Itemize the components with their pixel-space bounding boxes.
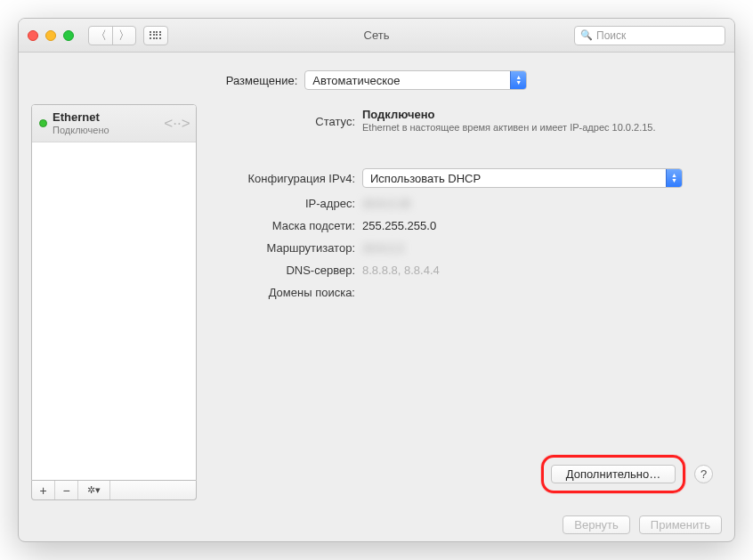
nav-back-forward: 〈 〉	[88, 26, 136, 45]
search-placeholder: Поиск	[596, 29, 626, 42]
minimize-icon[interactable]	[45, 30, 56, 41]
minus-icon: −	[62, 483, 69, 498]
location-value: Автоматическое	[312, 74, 400, 87]
status-description: Ethernet в настоящее время активен и име…	[362, 121, 683, 134]
search-input[interactable]: 🔍 Поиск	[574, 26, 725, 45]
service-item-ethernet[interactable]: Ethernet Подключено <··>	[32, 105, 196, 142]
status-label: Статус:	[213, 115, 355, 128]
grid-icon	[150, 31, 162, 40]
location-dropdown[interactable]: Автоматическое ▲▼	[304, 70, 527, 90]
apply-button[interactable]: Применить	[639, 515, 722, 534]
chevron-updown-icon: ▲▼	[510, 71, 526, 89]
ipv4-config-dropdown[interactable]: Использовать DHCP ▲▼	[362, 168, 683, 188]
advanced-button[interactable]: Дополнительно…	[551, 465, 676, 483]
revert-button[interactable]: Вернуть	[563, 515, 630, 534]
chevron-updown-icon: ▲▼	[666, 169, 682, 187]
service-action-menu[interactable]: ✲▾	[78, 481, 110, 499]
content: Ethernet Подключено <··> + − ✲▾ Статус: …	[19, 104, 734, 507]
service-status: Подключено	[53, 124, 109, 136]
ipv4-config-value: Использовать DHCP	[370, 172, 481, 185]
search-icon: 🔍	[580, 29, 593, 41]
service-list-toolbar: + − ✲▾	[31, 481, 197, 500]
details-form: Статус: Подключено Ethernet в настоящее …	[213, 108, 722, 299]
router-label: Маршрутизатор:	[213, 241, 355, 255]
forward-button[interactable]: 〉	[112, 27, 135, 45]
service-list: Ethernet Подключено <··>	[31, 104, 197, 481]
search-domains-label: Домены поиска:	[213, 286, 355, 299]
network-preferences-window: 〈 〉 Сеть 🔍 Поиск Размещение:	[18, 18, 735, 542]
plus-icon: +	[39, 483, 46, 498]
titlebar: 〈 〉 Сеть 🔍 Поиск	[19, 19, 734, 53]
location-label: Размещение:	[226, 74, 298, 87]
status-value: Подключено	[362, 108, 722, 121]
gear-icon: ✲▾	[87, 484, 101, 496]
chevron-left-icon: 〈	[95, 28, 107, 44]
ipv4-config-label: Конфигурация IPv4:	[213, 172, 355, 185]
highlight-box: Дополнительно…	[541, 455, 685, 493]
window-controls	[28, 30, 74, 41]
router-value: 10.0.2.2	[362, 241, 404, 255]
close-icon[interactable]	[28, 30, 38, 41]
add-service-button[interactable]: +	[32, 481, 55, 499]
help-icon: ?	[700, 467, 707, 481]
dns-server-value: 8.8.8.8, 8.8.4.4	[362, 264, 722, 277]
ethernet-icon: <··>	[166, 112, 189, 135]
show-all-button[interactable]	[143, 26, 168, 45]
location-row: Размещение: Автоматическое ▲▼	[19, 53, 734, 104]
subnet-mask-value: 255.255.255.0	[362, 219, 722, 232]
zoom-icon[interactable]	[63, 30, 74, 41]
ip-address-label: IP-адрес:	[213, 197, 355, 210]
dns-server-label: DNS-сервер:	[213, 264, 355, 277]
ip-address-value: 10.0.2.15	[362, 197, 410, 210]
service-name: Ethernet	[53, 111, 109, 124]
back-button[interactable]: 〈	[89, 27, 112, 45]
advanced-row: Дополнительно… ?	[541, 455, 713, 493]
subnet-mask-label: Маска подсети:	[213, 219, 355, 232]
status-dot-icon	[39, 119, 47, 127]
help-button[interactable]: ?	[694, 465, 713, 483]
remove-service-button[interactable]: −	[55, 481, 78, 499]
chevron-right-icon: 〉	[118, 28, 130, 44]
footer: Вернуть Применить	[19, 507, 734, 541]
